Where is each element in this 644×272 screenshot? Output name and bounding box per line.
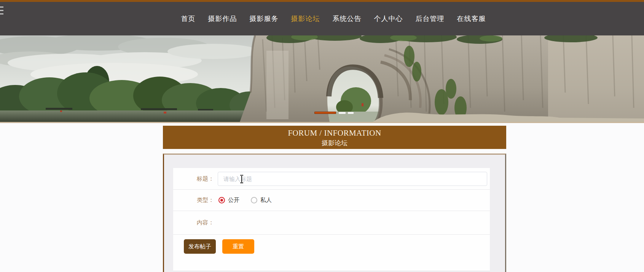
nav-item-profile[interactable]: 个人中心 — [374, 14, 403, 23]
nav-item-forum[interactable]: 摄影论坛 — [291, 14, 320, 23]
nav-item-announcements[interactable]: 系统公告 — [333, 14, 362, 23]
type-radio-group: 公开 私人 — [218, 197, 272, 204]
radio-option-public[interactable]: 公开 — [218, 197, 239, 204]
forum-post-panel: 标题： 类型： 公开 私人 内容： — [163, 154, 506, 272]
content-label: 内容： — [173, 219, 214, 226]
publish-post-button[interactable]: 发布帖子 — [184, 239, 216, 254]
nav-menu: 首页 摄影作品 摄影服务 摄影论坛 系统公告 个人中心 后台管理 在线客服 — [11, 2, 644, 35]
text-cursor-icon — [240, 175, 244, 183]
hero-carousel — [0, 35, 644, 122]
hero-carousel-image — [0, 35, 644, 122]
nav-item-home[interactable]: 首页 — [181, 14, 196, 23]
title-label: 标题： — [173, 175, 214, 182]
main-navbar: 首页 摄影作品 摄影服务 摄影论坛 系统公告 个人中心 后台管理 在线客服 — [0, 2, 644, 35]
hero-bottom-divider — [0, 122, 644, 123]
form-row-type: 类型： 公开 私人 — [173, 190, 490, 211]
post-form: 标题： 类型： 公开 私人 内容： — [173, 168, 490, 270]
banner-title-cn: 摄影论坛 — [163, 139, 506, 147]
reset-button[interactable]: 重置 — [222, 239, 254, 254]
radio-option-private[interactable]: 私人 — [251, 197, 272, 204]
carousel-indicator-3[interactable] — [348, 112, 354, 114]
form-actions: 发布帖子 重置 — [173, 235, 490, 254]
carousel-indicator-active[interactable] — [314, 112, 336, 114]
form-row-title: 标题： — [173, 168, 490, 190]
radio-unselected-icon[interactable] — [251, 197, 257, 203]
carousel-indicators — [0, 112, 644, 115]
nav-item-services[interactable]: 摄影服务 — [250, 14, 279, 23]
type-label: 类型： — [173, 197, 214, 204]
screen-edge-artifact — [0, 4, 4, 22]
nav-item-works[interactable]: 摄影作品 — [208, 14, 237, 23]
nav-item-admin[interactable]: 后台管理 — [416, 14, 445, 23]
radio-selected-icon[interactable] — [218, 197, 225, 203]
banner-title-en: FORUM / INFORMATION — [163, 128, 506, 138]
nav-item-support[interactable]: 在线客服 — [457, 14, 486, 23]
title-input[interactable] — [218, 172, 487, 186]
browser-viewport: 首页 摄影作品 摄影服务 摄影论坛 系统公告 个人中心 后台管理 在线客服 — [0, 0, 644, 272]
content-editor-area[interactable] — [214, 211, 490, 234]
page-title-banner: FORUM / INFORMATION 摄影论坛 — [163, 126, 506, 149]
form-row-content: 内容： — [173, 211, 490, 235]
carousel-indicator-2[interactable] — [339, 112, 346, 114]
